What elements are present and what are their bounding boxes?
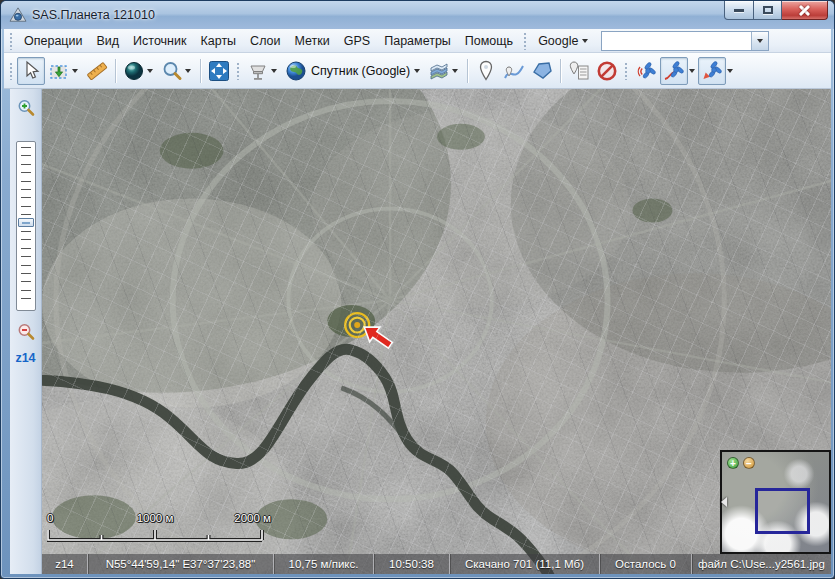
placemark-pin-icon <box>474 59 498 83</box>
toolbar-gripper[interactable] <box>9 62 14 80</box>
close-button[interactable] <box>782 1 828 20</box>
hide-marks-button[interactable] <box>593 57 621 85</box>
search-toolbar-gripper[interactable] <box>523 32 528 50</box>
toolbar-gripper[interactable] <box>624 62 629 80</box>
chevron-down-icon <box>414 69 420 73</box>
block-icon <box>595 59 619 83</box>
map-scale-bar: 0 1000 м 2000 м <box>47 512 271 548</box>
toolbar-gripper[interactable] <box>236 62 241 80</box>
scale-label-1000: 1000 м <box>137 512 174 524</box>
selection-manager-button[interactable] <box>45 57 83 85</box>
minimap-zoom-out-button[interactable]: − <box>743 457 755 469</box>
satellite-imagery <box>42 89 831 574</box>
add-polygon-button[interactable] <box>528 57 556 85</box>
zoom-slider[interactable] <box>16 141 36 311</box>
menu-help[interactable]: Помощь <box>458 31 520 51</box>
menu-maps[interactable]: Карты <box>193 31 243 51</box>
layers-icon <box>427 59 451 83</box>
select-cursor-button[interactable] <box>17 57 45 85</box>
menu-gps[interactable]: GPS <box>337 31 377 51</box>
app-window: SAS.Планета 121010 Операции Вид Источник… <box>0 0 835 579</box>
add-path-button[interactable] <box>500 57 528 85</box>
select-cursor-icon <box>19 59 43 83</box>
scale-label-2000: 2000 м <box>234 512 271 524</box>
selection-region-icon <box>47 59 71 83</box>
search-input[interactable] <box>602 32 751 50</box>
menu-parameters[interactable]: Параметры <box>377 31 458 51</box>
minimap-viewport[interactable] <box>755 488 810 534</box>
map-view[interactable]: 0 1000 м 2000 м + − z14 N55°44'59,14" E3… <box>42 89 831 574</box>
minimap-collapse-handle[interactable] <box>721 497 727 507</box>
placemark-list-icon <box>567 59 591 83</box>
zoom-slider-handle[interactable] <box>18 218 34 227</box>
minimap[interactable]: + − <box>720 450 831 554</box>
chevron-down-icon <box>757 39 763 43</box>
placemark-manager-button[interactable] <box>565 57 593 85</box>
menu-source[interactable]: Источник <box>126 31 193 51</box>
chevron-down-icon <box>185 69 191 73</box>
full-extent-icon <box>207 59 231 83</box>
status-time: 10:50:38 <box>374 554 450 574</box>
close-icon <box>799 5 810 16</box>
chevron-down-icon <box>271 69 277 73</box>
download-manager-button[interactable] <box>244 57 282 85</box>
zoom-rect-button[interactable] <box>158 57 196 85</box>
menubar-gripper[interactable] <box>9 32 14 50</box>
combo-dropdown-button[interactable] <box>751 32 768 50</box>
download-device-icon <box>246 59 270 83</box>
layers-button[interactable] <box>425 57 463 85</box>
ruler-icon <box>85 59 109 83</box>
gps-position-button[interactable] <box>698 57 726 85</box>
zoom-in-button[interactable] <box>15 97 37 119</box>
menu-operations[interactable]: Операции <box>17 31 89 51</box>
ruler-button[interactable] <box>83 57 111 85</box>
zoom-out-button[interactable] <box>15 321 37 343</box>
toolbar-separator <box>115 59 116 83</box>
dark-globe-icon <box>122 59 146 83</box>
status-file-path: файл C:\Use...y2561.jpg <box>692 554 831 574</box>
menu-view[interactable]: Вид <box>89 31 126 51</box>
menu-layers[interactable]: Слои <box>243 31 287 51</box>
status-downloaded: Скачано 701 (11,1 Мб) <box>450 554 600 574</box>
menu-bar: Операции Вид Источник Карты Слои Метки G… <box>4 29 831 53</box>
toolbar-separator <box>200 59 201 83</box>
menu-marks[interactable]: Метки <box>288 31 337 51</box>
chevron-down-icon <box>147 69 153 73</box>
polygon-icon <box>530 59 554 83</box>
preview-globe-button[interactable] <box>120 57 158 85</box>
gps-track-button[interactable] <box>660 57 688 85</box>
map-source-label: Спутник (Google) <box>311 64 410 78</box>
path-line-icon <box>502 59 526 83</box>
scale-label-0: 0 <box>47 512 53 524</box>
main-toolbar: Спутник (Google) <box>4 53 831 89</box>
magnifier-icon <box>160 59 184 83</box>
minimap-zoom-in-button[interactable]: + <box>727 457 739 469</box>
minimize-icon <box>734 9 744 12</box>
maximize-button[interactable] <box>754 1 782 20</box>
status-resolution: 10,75 м/пикс. <box>274 554 374 574</box>
full-extent-button[interactable] <box>205 57 233 85</box>
add-placemark-button[interactable] <box>472 57 500 85</box>
app-logo-icon <box>9 7 27 23</box>
status-coordinates: N55°44'59,14" E37°37'23,88" <box>88 554 274 574</box>
zoom-sidebar: z14 <box>10 89 42 574</box>
search-combobox <box>601 31 769 51</box>
gps-track-icon <box>662 59 686 83</box>
title-bar[interactable]: SAS.Планета 121010 <box>1 1 834 29</box>
gps-satellite-icon <box>634 59 658 83</box>
window-title: SAS.Планета 121010 <box>32 8 155 22</box>
chevron-down-icon <box>582 39 588 43</box>
chevron-down-icon[interactable] <box>689 69 695 73</box>
window-controls <box>724 1 828 29</box>
chevron-down-icon[interactable] <box>727 69 733 73</box>
gps-connect-button[interactable] <box>632 57 660 85</box>
map-source-button[interactable]: Спутник (Google) <box>282 57 425 85</box>
status-bar: z14 N55°44'59,14" E37°37'23,88" 10,75 м/… <box>42 554 831 574</box>
gps-position-icon <box>700 59 724 83</box>
zoom-out-icon <box>16 322 36 342</box>
status-zoom: z14 <box>42 554 88 574</box>
menu-google-label: Google <box>538 34 578 48</box>
minimize-button[interactable] <box>724 1 754 20</box>
chevron-down-icon <box>452 69 458 73</box>
menu-google[interactable]: Google <box>531 31 595 51</box>
